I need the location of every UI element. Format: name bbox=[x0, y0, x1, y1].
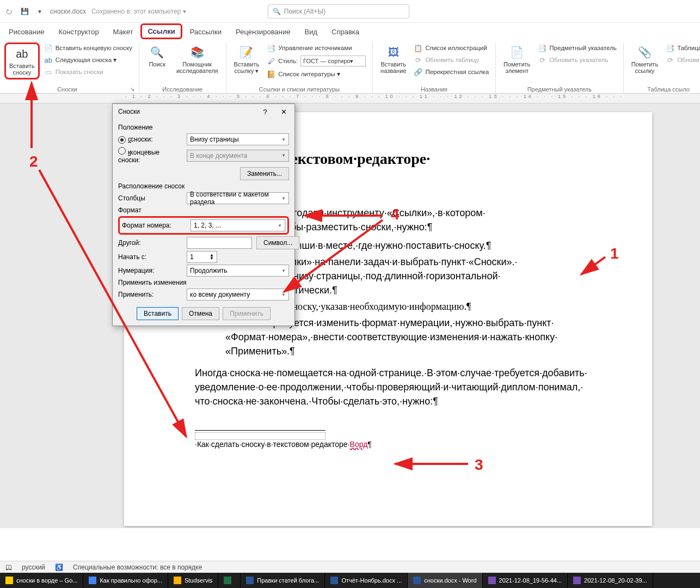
columns-dropdown[interactable]: В соответствии с макетом раздела▼ bbox=[187, 192, 289, 204]
cancel-button[interactable]: Отмена bbox=[182, 307, 219, 320]
show-notes-icon: ▭ bbox=[44, 68, 53, 76]
caption-icon: 🖼 bbox=[386, 45, 401, 60]
footnote-area: ·Как·сделать·сноску·в·текстовом·редактор… bbox=[195, 430, 614, 449]
spinner-icon[interactable]: ▲▼ bbox=[210, 254, 214, 260]
taskbar-item[interactable]: Studservis bbox=[168, 573, 218, 588]
group-title-captions: Названия bbox=[377, 86, 491, 94]
accessibility-icon[interactable]: ♿ bbox=[55, 564, 63, 571]
tab-recenzirovanie[interactable]: Рецензирование bbox=[229, 24, 297, 39]
mark-citation-icon: 📎 bbox=[637, 45, 652, 60]
radio-icon bbox=[118, 136, 126, 144]
dialog-launcher-icon[interactable]: ↘ bbox=[130, 86, 134, 93]
tab-spravka[interactable]: Справка bbox=[325, 24, 366, 39]
group-title-citations: Ссылки и списки литературы bbox=[231, 86, 369, 94]
custom-mark-input[interactable] bbox=[187, 237, 252, 249]
ruler[interactable]: · 1 · 2 · · · 3 · · · 4 · · · 5 · · · 6 … bbox=[0, 94, 700, 103]
group-title-toa: Таблица ссыло bbox=[628, 86, 700, 94]
apply-to-dropdown[interactable]: ко всему документу▼ bbox=[187, 289, 289, 301]
insert-footnote-button[interactable]: ab Вставить сноску bbox=[4, 42, 40, 79]
cross-ref-icon: 🔗 bbox=[414, 68, 422, 76]
close-icon[interactable]: ✕ bbox=[276, 106, 291, 117]
footnote-separator bbox=[195, 430, 326, 431]
ribbon: ab Вставить сноску 📄Вставить концевую сн… bbox=[0, 39, 700, 94]
footnote-text: ·Как·сделать·сноску·в·текстовом·редактор… bbox=[195, 440, 614, 449]
taskbar-item[interactable]: Правки статей блога... bbox=[241, 573, 325, 588]
tab-ssylki[interactable]: Ссылки bbox=[140, 23, 182, 39]
apply-button[interactable]: Применить bbox=[223, 307, 271, 320]
style-dropdown[interactable]: ГОСТ — сортиро▾ bbox=[300, 56, 366, 66]
document-name: сноски.docx bbox=[50, 8, 86, 15]
ribbon-group-toa: 📎Пометить ссылку 📑Таблица с ⟳Обновить Та… bbox=[624, 42, 700, 94]
taskbar-item[interactable] bbox=[218, 573, 241, 588]
taskbar-item[interactable]: сноски в ворде – Go... bbox=[0, 573, 83, 588]
chevron-down-icon: ▼ bbox=[281, 137, 286, 142]
app-icon bbox=[488, 577, 496, 584]
insert-endnote-button[interactable]: 📄Вставить концевую сноску bbox=[42, 42, 134, 53]
save-icon[interactable]: 💾 bbox=[20, 7, 29, 16]
search-box[interactable]: 🔍 Поиск (Alt+Ы) bbox=[268, 4, 409, 19]
language-status[interactable]: русский bbox=[22, 564, 45, 571]
taskbar-item[interactable]: сноски.docx - Word bbox=[408, 573, 482, 588]
researcher-button[interactable]: 📚Помощник исследователя bbox=[173, 42, 222, 76]
group-title-index: Предметный указатель bbox=[500, 86, 619, 94]
qat-more-icon[interactable]: ▾ bbox=[35, 7, 45, 16]
section-layout: Расположение сносок bbox=[118, 182, 289, 190]
cross-reference-button[interactable]: 🔗Перекрестная ссылка bbox=[412, 66, 491, 77]
document-area[interactable]: ать·сноску·в·текстовом·редакторе· ·довол… bbox=[0, 103, 700, 528]
symbol-button[interactable]: Символ... bbox=[256, 236, 299, 249]
numbering-dropdown[interactable]: Продолжить▼ bbox=[187, 265, 289, 277]
refresh-icon: ⟳ bbox=[666, 56, 674, 64]
tab-konstruktor[interactable]: Конструктор bbox=[52, 24, 105, 39]
help-icon[interactable]: ? bbox=[257, 106, 273, 117]
replace-button[interactable]: Заменить... bbox=[240, 167, 289, 180]
section-format: Формат bbox=[118, 206, 289, 214]
tab-vid[interactable]: Вид bbox=[298, 24, 324, 39]
bibliography-button[interactable]: 📔Список литературы ▾ bbox=[265, 69, 368, 79]
insert-citation-button[interactable]: 📝Вставить ссылку ▾ bbox=[231, 42, 263, 79]
app-icon bbox=[89, 577, 96, 584]
footnote-dialog[interactable]: Сноски ?✕ Положение ссноски: Внизу стран… bbox=[112, 103, 295, 326]
chevron-down-icon: ▼ bbox=[281, 196, 286, 201]
taskbar-item[interactable]: 2021-12-08_20-02-39... bbox=[568, 573, 653, 588]
group-title-footnotes: Сноски bbox=[4, 86, 130, 93]
tab-maket[interactable]: Макет bbox=[107, 24, 140, 39]
next-footnote-button[interactable]: abСледующая сноска ▾ bbox=[42, 54, 134, 65]
insert-caption-button[interactable]: 🖼Вставить название bbox=[377, 42, 409, 77]
app-icon bbox=[174, 577, 181, 584]
footnote-input-box[interactable] bbox=[195, 432, 326, 440]
dialog-titlebar[interactable]: Сноски ?✕ bbox=[113, 104, 294, 119]
footnote-location-dropdown[interactable]: Внизу страницы▼ bbox=[187, 133, 289, 145]
taskbar-item[interactable]: 2021-12-08_19-56-44... bbox=[483, 573, 568, 588]
taskbar-item[interactable]: Отчёт-Ноябрь.docx ... bbox=[325, 573, 408, 588]
start-at-spinner[interactable]: 1▲▼ bbox=[187, 251, 217, 263]
taskbar-item[interactable]: Как правильно офор... bbox=[83, 573, 168, 588]
radio-footnotes[interactable]: ссноски: bbox=[118, 136, 182, 144]
taskbar: сноски в ворде – Go...Как правильно офор… bbox=[0, 573, 700, 588]
label-apply-to: Применить: bbox=[118, 291, 182, 298]
refresh-icon: ⟳ bbox=[414, 56, 422, 64]
insert-toa-button[interactable]: 📑Таблица с bbox=[664, 42, 700, 53]
mark-entry-button[interactable]: 📄Пометить элемент bbox=[500, 42, 533, 76]
citation-icon: 📝 bbox=[239, 45, 254, 60]
ribbon-group-footnotes: ab Вставить сноску 📄Вставить концевую сн… bbox=[0, 42, 139, 94]
label-number-format: Формат номера: bbox=[122, 222, 186, 229]
search-icon: 🔍 bbox=[273, 8, 281, 15]
tab-risovanie[interactable]: Рисование bbox=[2, 24, 51, 39]
illustration-list-button[interactable]: 📋Список иллюстраций bbox=[412, 42, 491, 53]
accessibility-status[interactable]: Специальные возможности: все в порядке bbox=[73, 564, 202, 571]
number-format-dropdown[interactable]: 1, 2, 3, ...▼ bbox=[191, 219, 285, 231]
chevron-down-icon: ▼ bbox=[281, 153, 286, 158]
index-icon: 📑 bbox=[538, 44, 547, 52]
language-icon[interactable]: 🕮 bbox=[5, 564, 12, 571]
insert-index-button[interactable]: 📑Предметный указатель bbox=[536, 42, 619, 53]
tab-rassylki[interactable]: Рассылки bbox=[183, 24, 228, 39]
footnote-ab-icon: ab bbox=[14, 46, 29, 62]
radio-endnotes[interactable]: кконцевые сноски: bbox=[118, 147, 182, 164]
manage-sources-button[interactable]: 📑Управление источниками bbox=[265, 42, 368, 53]
save-location[interactable]: Сохранено в: этот компьютер ▾ bbox=[91, 8, 186, 15]
insert-button[interactable]: Вставить bbox=[137, 307, 179, 320]
mark-entry-icon: 📄 bbox=[509, 45, 525, 60]
search-button[interactable]: 🔍Поиск bbox=[144, 42, 171, 76]
autosave-icon[interactable]: ⭮ bbox=[4, 7, 14, 16]
mark-citation-button[interactable]: 📎Пометить ссылку bbox=[628, 42, 661, 76]
